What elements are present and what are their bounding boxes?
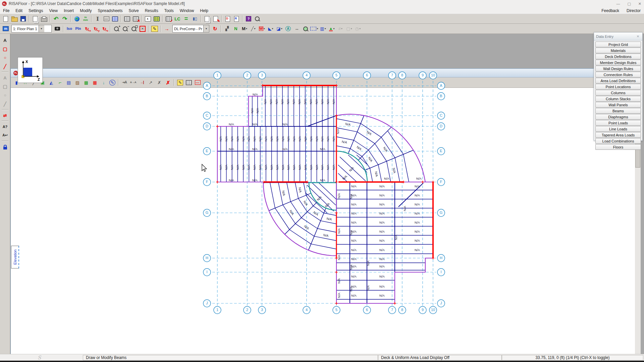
deck-fill-icon[interactable]: ▤ [64,78,73,86]
wall-panels-display-icon[interactable]: ▥▾ [319,25,327,33]
cycle-loads-icon[interactable]: ↻ [211,25,219,33]
window-mode-icon[interactable]: m [1,25,10,33]
plate-display-icon[interactable]: ◪▾ [275,25,284,33]
data-entry-column-stacks[interactable]: Column Stacks [595,96,641,102]
draw-region-icon[interactable]: ⌐ [56,78,64,86]
data-entry-load-combinations[interactable]: Load Combinations [595,138,641,144]
redraw-icon[interactable]: ✎ [150,25,159,33]
deck-solid-icon[interactable]: ▩ [82,78,91,86]
iso-view-icon[interactable]: Iso [65,25,74,33]
axes-display-icon[interactable]: A [284,25,292,33]
data-entry-deck-definitions[interactable]: Deck Definitions [595,54,641,59]
detail-report-icon[interactable]: D [223,15,232,23]
load-combination-combo[interactable]: DL PreComp - Pr▾ [172,25,209,33]
maximize-button[interactable]: ▢ [627,2,631,6]
deck-display-icon[interactable]: ◣▾ [266,25,275,33]
split-members-icon[interactable]: ✗ [155,78,164,86]
minimize-button[interactable]: — [616,2,620,6]
ruler-display-icon[interactable]: ▾ [310,25,319,33]
dropdown-caret-icon[interactable]: ▾ [351,27,352,30]
data-entry-area-load-definitions[interactable]: Area Load Definitions [595,78,641,83]
undo-icon[interactable]: ↶ [52,15,60,23]
shape-database-icon[interactable]: I [93,15,102,23]
loads-display-icon[interactable]: → [162,25,171,33]
data-entry-connection-rules[interactable]: Connection Rules [595,72,641,77]
data-entry-project-grid[interactable]: Project Grid [595,42,641,47]
modify-members-icon[interactable]: ↗ [146,78,155,86]
dropdown-caret-icon[interactable]: ▾ [246,27,247,30]
dropdown-caret-icon[interactable]: ▾ [359,27,361,30]
data-entry-beams[interactable]: Beams [595,108,641,114]
extend-members-icon[interactable]: ⇥A [120,78,129,86]
node-labels-icon[interactable]: N [231,25,240,33]
open-file-icon[interactable] [10,15,19,23]
dropdown-caret-icon[interactable]: ▾ [333,27,334,30]
dropdown-caret-icon[interactable]: ▾ [272,27,273,30]
lock-unselected-icon[interactable] [1,142,9,151]
member-display-icon[interactable]: ╱▾ [249,25,258,33]
drawing-grid-icon[interactable]: ✎ [176,78,184,86]
data-entry-member-design-rules[interactable]: Member Design Rules [595,60,641,65]
data-entry-columns[interactable]: Columns [595,90,641,96]
data-entry-materials[interactable]: Materials [595,48,641,53]
dropdown-caret-icon[interactable]: ▾ [325,27,326,30]
report-printing-icon[interactable] [203,15,211,23]
menu-edit[interactable]: Edit [12,8,25,13]
snap-points-icon[interactable]: ••• [193,78,202,86]
render-toggle-icon[interactable]: ▞ [223,25,231,33]
menu-view[interactable]: View [46,8,61,13]
menu-director[interactable]: Director [627,8,641,13]
menu-feedback[interactable]: Feedback [601,8,619,13]
zoom-out-icon[interactable]: − [121,25,129,33]
zoom-in-icon[interactable]: + [112,25,121,33]
detach-window-icon[interactable]: ▢▾ [345,25,354,33]
dropdown-caret-icon[interactable]: ▾ [264,27,265,30]
annotate-icon[interactable]: ✎ [108,78,117,86]
menu-settings[interactable]: Settings [25,8,46,13]
search-icon[interactable] [253,15,262,23]
dropdown-caret-icon[interactable]: ▾ [254,27,255,30]
deck-hatch-icon[interactable]: ▨ [73,78,82,86]
draw-wall-icon[interactable]: ▦ [91,78,99,86]
data-entry-line-loads[interactable]: Line Loads [595,126,641,132]
elevation-tab[interactable]: Elevation [11,246,19,268]
grid-spreadsheet-icon[interactable] [184,78,193,86]
edit-report-icon[interactable]: ✎ [211,15,220,23]
box-unselect-icon[interactable]: ▢ [1,82,9,91]
data-entry-wall-design-rules[interactable]: Wall Design Rules [595,66,641,71]
floor-window-titlebar[interactable]: FL Floor Plan 1 [11,69,640,77]
menu-solve[interactable]: Solve [126,8,142,13]
copy-icon[interactable] [31,15,40,23]
snapshot-icon[interactable] [53,25,62,33]
plan-view-icon[interactable]: Pln [74,25,83,33]
panel-close-icon[interactable]: ✕ [636,35,640,38]
polygon-select-icon[interactable]: ○ [1,53,9,62]
model-merge-icon[interactable]: ▮▯ [191,15,199,23]
menu-file[interactable]: File [0,8,12,13]
global-parameters-icon[interactable] [72,15,81,23]
select-all-icon[interactable]: A [1,36,9,45]
point-load-icon[interactable]: ↓ [99,78,108,86]
floor-plan-canvas[interactable] [11,88,640,362]
spreadsheet-icon[interactable] [123,15,131,23]
draw-deck-icon[interactable]: ◭ [47,78,56,86]
delete-items-icon[interactable]: ✗ [164,78,172,86]
polygon-unselect-icon[interactable]: ○ [1,91,9,100]
rotate-z-icon[interactable]: ↻+z [100,25,109,33]
boundary-conditions-icon[interactable]: ••• [102,15,111,23]
history-icon[interactable]: ◷▾ [354,25,362,33]
load-combinations-icon[interactable]: LC [173,15,182,23]
redo-icon[interactable]: ↷ [60,15,69,23]
project-grid-display-icon[interactable]: #▾ [336,25,345,33]
zoom-extents-icon[interactable]: ✕ [138,25,147,33]
menu-modify[interactable]: Modify [77,8,95,13]
menu-insert[interactable]: Insert [61,8,77,13]
dropdown-caret-icon[interactable]: ▾ [281,27,282,30]
match-properties-icon[interactable]: A→A [129,78,138,86]
member-report-icon[interactable]: R [232,15,241,23]
invert-selection-icon[interactable]: ⇄ [1,111,9,120]
rotate-y-icon[interactable]: ↻+y [91,25,100,33]
mark-all-icon[interactable]: ✓ [164,15,173,23]
units-icon[interactable]: in mm [81,15,90,23]
menu-help[interactable]: Help [197,8,211,13]
